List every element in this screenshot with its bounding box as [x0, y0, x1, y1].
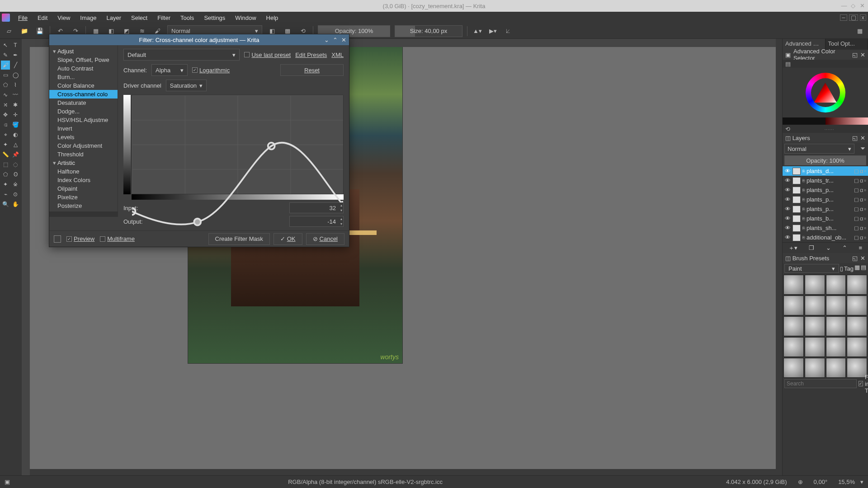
multi-brush-icon[interactable]: ✱ [11, 100, 20, 109]
brush-preset[interactable] [826, 337, 846, 357]
close-icon[interactable]: ✕ [859, 3, 865, 9]
lock-icon[interactable]: ▫ [864, 206, 866, 212]
menu-image[interactable]: Image [75, 14, 101, 22]
layer-row[interactable]: 👁⎘plants_p...◻α▫ [783, 185, 868, 195]
filter-tree-item[interactable]: Color Balance [49, 81, 118, 90]
sel-magnet-icon[interactable]: ⊙ [11, 190, 20, 199]
lock-icon[interactable]: ▫ [864, 225, 866, 231]
filter-tree-item[interactable]: Invert [49, 124, 118, 133]
filter-tree-item[interactable]: Slope, Offset, Powe [49, 56, 118, 64]
brush-preset[interactable] [805, 358, 825, 378]
selection-mode-icon[interactable]: ▣ [5, 479, 10, 485]
output-spinbox[interactable]: -14 [289, 216, 344, 227]
use-last-preset-checkbox[interactable]: Use last preset [244, 52, 291, 58]
driver-channel-combo[interactable]: Saturation▾ [166, 80, 207, 91]
filter-tree-item[interactable]: Desaturate [49, 99, 118, 107]
filter-tree-item[interactable]: HSV/HSL Adjustme [49, 116, 118, 124]
dialog-titlebar[interactable]: Filter: Cross-channel color adjustment —… [49, 34, 349, 45]
lock-icon[interactable]: ▫ [864, 215, 866, 222]
brush-preset[interactable] [783, 358, 804, 378]
save-icon[interactable]: 💾 [34, 26, 45, 37]
lock-icon[interactable]: ▫ [864, 187, 866, 193]
edit-presets-link[interactable]: Edit Presets [295, 52, 327, 58]
close-panel-icon[interactable]: ✕ [860, 255, 865, 262]
open-icon[interactable]: 📁 [19, 26, 30, 37]
polygon-tool-icon[interactable]: ⬠ [1, 80, 10, 89]
visibility-icon[interactable]: 👁 [784, 168, 791, 174]
assist-tool-icon[interactable]: △ [11, 140, 20, 149]
lock-icon[interactable]: ▫ [864, 196, 866, 203]
input-spinbox[interactable]: 32 [289, 202, 344, 213]
duplicate-layer-icon[interactable]: ❐ [809, 244, 814, 251]
preset-combo[interactable]: Default▾ [123, 49, 240, 61]
add-layer-icon[interactable]: ＋▾ [788, 244, 797, 252]
brush-preset[interactable] [826, 358, 846, 378]
fill-tool-icon[interactable]: 🪣 [11, 120, 20, 129]
filter-tree[interactable]: AdjustSlope, Offset, PoweAuto ContrastBu… [49, 45, 118, 217]
brush-preset[interactable] [783, 296, 804, 315]
brush-preset[interactable] [783, 275, 804, 295]
move-down-icon[interactable]: ⌄ [826, 244, 831, 251]
scrollbar-horizontal[interactable] [30, 469, 776, 475]
bezier-tool-icon[interactable]: ∿ [1, 90, 10, 99]
menu-view[interactable]: View [53, 14, 75, 22]
ref-tool-icon[interactable]: 📌 [11, 150, 20, 159]
menu-file[interactable]: File [14, 14, 32, 22]
tag-button[interactable]: ▯Tag [840, 264, 854, 273]
menu-filter[interactable]: Filter [153, 14, 175, 22]
filter-tree-item[interactable]: Dodge... [49, 107, 118, 116]
alpha-icon[interactable]: α [860, 234, 863, 241]
color-config-icon[interactable]: ▤ [785, 61, 791, 67]
visibility-icon[interactable]: 👁 [784, 206, 791, 212]
filter-tree-item[interactable]: Adjust [49, 47, 118, 56]
alpha-icon[interactable]: α [860, 196, 863, 203]
collapse-icon[interactable]: ⌄ [324, 37, 329, 43]
brush-preset[interactable] [847, 275, 867, 295]
thumbnail-icon[interactable] [54, 235, 61, 243]
filter-tree-item[interactable]: Burn... [49, 73, 118, 81]
filter-tree-item[interactable]: Cross-channel colo [49, 90, 118, 99]
lock-icon[interactable]: ▫ [864, 168, 866, 174]
layer-flag-icon[interactable]: ◻ [854, 187, 859, 193]
layer-flag-icon[interactable]: ◻ [854, 177, 859, 184]
layer-row[interactable]: 👁⎘plants_d...◻α▫ [783, 166, 868, 176]
brush-search-input[interactable] [784, 379, 857, 388]
mdi-min-icon[interactable]: – [840, 14, 847, 21]
float-icon[interactable]: ◱ [852, 255, 858, 262]
freehand-path-icon[interactable]: 〰 [11, 90, 20, 99]
filter-tree-item[interactable]: Pixelize [49, 193, 118, 202]
visibility-icon[interactable]: 👁 [784, 215, 791, 222]
expand-icon[interactable]: ⌃ [333, 37, 338, 43]
brush-preset[interactable] [805, 296, 825, 315]
new-doc-icon[interactable]: ▱ [4, 26, 14, 37]
zoom-tool-icon[interactable]: 🔍 [1, 200, 10, 209]
curve-editor[interactable] [123, 95, 344, 194]
filter-tree-item[interactable]: Auto Contrast [49, 64, 118, 73]
layer-props-icon[interactable]: ≡ [859, 244, 863, 251]
menu-settings[interactable]: Settings [199, 14, 230, 22]
pan-tool-icon[interactable]: ✋ [11, 200, 20, 209]
transform-tool-icon[interactable]: ✥ [1, 110, 10, 119]
visibility-icon[interactable]: 👁 [784, 196, 791, 203]
dyna-tool-icon[interactable]: ⤨ [1, 100, 10, 109]
shape-edit-icon[interactable]: ✎ [1, 51, 10, 60]
sel-poly-icon[interactable]: ⬠ [1, 170, 10, 179]
filter-tree-item[interactable]: Posterize [49, 202, 118, 210]
layer-row[interactable]: 👁⎘plants_tr...◻α▫ [783, 176, 868, 185]
menu-edit[interactable]: Edit [33, 14, 52, 22]
brush-preset[interactable] [783, 337, 804, 357]
brush-preset[interactable] [783, 316, 804, 336]
layer-flag-icon[interactable]: ◻ [854, 196, 859, 203]
float-icon[interactable]: ◱ [852, 135, 858, 141]
dialog-close-icon[interactable]: ✕ [341, 37, 346, 43]
calligraphy-icon[interactable]: ✒ [11, 51, 20, 60]
sel-contig-icon[interactable]: ✦ [1, 180, 10, 189]
rotate-icon[interactable]: ⊕ [793, 479, 808, 485]
layer-flag-icon[interactable]: ◻ [854, 215, 859, 222]
mirror-v-icon[interactable]: ▶▾ [487, 26, 498, 37]
multiframe-checkbox[interactable]: Multiframe [100, 235, 135, 242]
brush-tool-icon[interactable]: 🖌 [1, 61, 10, 70]
menu-tools[interactable]: Tools [176, 14, 198, 22]
close-panel-icon[interactable]: ✕ [860, 135, 865, 141]
size-slider[interactable]: Size: 40,00 px [395, 25, 462, 37]
